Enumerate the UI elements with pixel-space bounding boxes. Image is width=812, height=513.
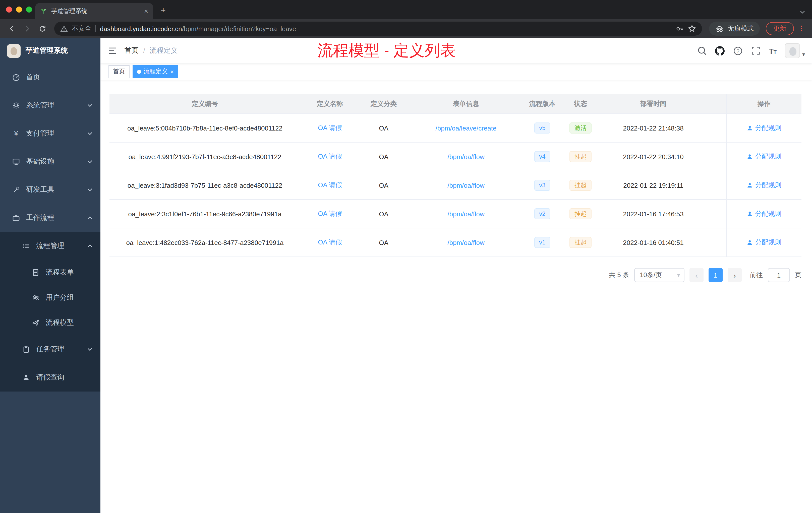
version-tag: v2 <box>534 208 550 219</box>
minimize-window-button[interactable] <box>16 6 22 12</box>
sidebar-item-label: 任务管理 <box>36 345 64 354</box>
sidebar-item-process-model[interactable]: 流程模型 <box>0 310 100 335</box>
cell-category: OA <box>359 171 408 199</box>
tab-search-chevron-icon[interactable] <box>800 10 805 13</box>
yen-icon: ¥ <box>12 129 20 138</box>
form-link[interactable]: /bpm/oa/flow <box>447 239 484 246</box>
browser-menu-icon[interactable]: ⋮ <box>796 24 807 33</box>
sidebar-item-infrastructure[interactable]: 基础设施 <box>0 148 100 176</box>
sidebar-item-label: 流程管理 <box>36 241 64 250</box>
tab-close-icon[interactable]: × <box>144 7 148 15</box>
reload-button[interactable] <box>35 22 49 36</box>
form-link[interactable]: /bpm/oa/flow <box>447 181 484 189</box>
table-row: oa_leave:3:1fad3d93-7b75-11ec-a3c8-acde4… <box>110 171 802 200</box>
back-button[interactable] <box>5 22 19 36</box>
avatar[interactable] <box>785 43 800 58</box>
table-row: oa_leave:5:004b710b-7b8a-11ec-8ef0-acde4… <box>110 114 802 143</box>
table-header-row: 定义编号 定义名称 定义分类 表单信息 流程版本 状态 部署时间 操作 <box>110 94 802 114</box>
sidebar-item-home[interactable]: 首页 <box>0 63 100 91</box>
tab-strip: 芋道管理系统 × + <box>0 0 812 19</box>
chevron-down-icon <box>87 132 92 135</box>
forward-button[interactable] <box>20 22 34 36</box>
browser-tab[interactable]: 芋道管理系统 × <box>35 3 153 19</box>
navbar: 首页 / 流程定义 流程模型 - 定义列表 ? <box>100 38 812 63</box>
definition-name-link[interactable]: OA 请假 <box>318 209 342 218</box>
dashboard-icon <box>12 73 20 81</box>
security-label: 不安全 <box>72 24 91 33</box>
tag-close-icon[interactable]: × <box>170 68 174 75</box>
font-size-icon[interactable]: TT <box>769 47 777 55</box>
page-1-button[interactable]: 1 <box>708 268 723 282</box>
tag-home[interactable]: 首页 <box>109 65 129 78</box>
goto-label: 前往 <box>750 271 763 280</box>
address-bar[interactable]: 不安全 dashboard.yudao.iocoder.cn/bpm/manag… <box>54 22 702 36</box>
password-key-icon[interactable] <box>675 24 684 33</box>
form-link[interactable]: /bpm/oa/leave/create <box>436 124 497 132</box>
help-icon[interactable]: ? <box>733 46 743 56</box>
close-window-button[interactable] <box>6 6 12 12</box>
send-icon <box>32 319 40 327</box>
user-icon <box>747 211 753 217</box>
url-text: dashboard.yudao.iocoder.cn/bpm/manager/d… <box>100 25 296 32</box>
new-tab-button[interactable]: + <box>156 3 170 18</box>
assign-rule-link[interactable]: 分配规则 <box>747 181 781 190</box>
sidebar-item-system[interactable]: 系统管理 <box>0 91 100 119</box>
bookmark-star-icon[interactable] <box>688 25 696 33</box>
sidebar-item-dev-tools[interactable]: 研发工具 <box>0 176 100 204</box>
cell-deploy-time: 2022-01-22 20:34:10 <box>601 143 706 171</box>
assign-rule-link[interactable]: 分配规则 <box>747 209 781 218</box>
user-icon <box>747 154 753 160</box>
sidebar-item-label: 工作流程 <box>26 213 54 222</box>
sidebar-item-task-management[interactable]: 任务管理 <box>0 335 100 363</box>
goto-unit: 页 <box>795 271 802 280</box>
navbar-actions: ? TT ▾ <box>697 43 812 58</box>
caret-down-icon[interactable]: ▾ <box>802 51 805 58</box>
status-tag: 激活 <box>570 122 591 133</box>
cell-category: OA <box>359 114 408 142</box>
sidebar-item-leave-query[interactable]: 请假查询 <box>0 363 100 392</box>
sidebar-item-label: 支付管理 <box>26 129 54 138</box>
next-page-button[interactable]: › <box>728 268 742 282</box>
zoom-window-button[interactable] <box>26 6 32 12</box>
definition-name-link[interactable]: OA 请假 <box>318 123 342 132</box>
definition-name-link[interactable]: OA 请假 <box>318 152 342 161</box>
fullscreen-icon[interactable] <box>751 46 760 55</box>
sidebar-item-workflow[interactable]: 工作流程 <box>0 204 100 232</box>
briefcase-icon <box>12 214 20 222</box>
hamburger-icon[interactable] <box>100 38 124 63</box>
column-header: 状态 <box>560 94 601 114</box>
goto-page-input[interactable] <box>768 268 790 282</box>
sidebar-item-payment[interactable]: ¥ 支付管理 <box>0 119 100 148</box>
people-icon <box>32 294 40 302</box>
sidebar-item-process-management[interactable]: 流程管理 <box>0 232 100 260</box>
definition-name-link[interactable]: OA 请假 <box>318 181 342 190</box>
cell-deploy-time: 2022-01-16 01:40:51 <box>601 229 706 256</box>
search-icon[interactable] <box>697 46 706 55</box>
assign-rule-link[interactable]: 分配规则 <box>747 152 781 161</box>
sidebar-item-label: 流程模型 <box>46 318 74 327</box>
github-icon[interactable] <box>715 46 725 56</box>
tag-process-definition[interactable]: 流程定义 × <box>133 65 178 78</box>
form-link[interactable]: /bpm/oa/flow <box>447 153 484 160</box>
status-tag: 挂起 <box>570 180 591 191</box>
table-row: oa_leave:4:991f2193-7b7f-11ec-a3c8-acde4… <box>110 143 802 171</box>
cell-deploy-time: 2022-01-22 21:48:38 <box>601 114 706 142</box>
cell-category: OA <box>359 229 408 256</box>
column-header: 流程版本 <box>524 94 560 114</box>
assign-rule-link[interactable]: 分配规则 <box>747 123 781 132</box>
tab-title: 芋道管理系统 <box>51 7 140 15</box>
sidebar-logo: 芋道管理系统 <box>0 38 100 63</box>
chevron-down-icon <box>87 104 92 107</box>
sidebar-menu: 首页 系统管理 ¥ 支付管理 基础设施 <box>0 63 100 513</box>
page-size-select[interactable]: 10条/页 ▾ <box>634 268 685 282</box>
prev-page-button[interactable]: ‹ <box>690 268 703 282</box>
breadcrumb-home[interactable]: 首页 <box>124 46 139 55</box>
sidebar-item-process-form[interactable]: 流程表单 <box>0 260 100 285</box>
assign-rule-link[interactable]: 分配规则 <box>747 238 781 247</box>
chevron-down-icon <box>87 348 92 351</box>
chrome-update-button[interactable]: 更新 <box>766 22 794 35</box>
form-link[interactable]: /bpm/oa/flow <box>447 210 484 218</box>
table-row: oa_leave:2:3c1f0ef1-76b1-11ec-9c66-a2380… <box>110 200 802 229</box>
sidebar-item-user-group[interactable]: 用户分组 <box>0 285 100 310</box>
definition-name-link[interactable]: OA 请假 <box>318 238 342 247</box>
